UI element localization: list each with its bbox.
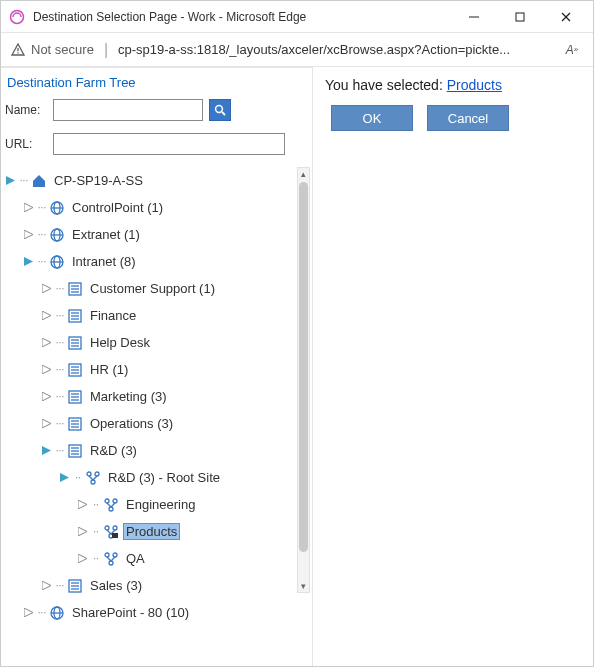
address-url[interactable]: cp-sp19-a-ss:1818/_layouts/axceler/xcBro…: [118, 42, 551, 57]
scrollbar-thumb[interactable]: [299, 182, 308, 552]
tree-node-hr[interactable]: ··· HR (1): [5, 356, 298, 383]
tree-node-label: SharePoint - 80 (10): [69, 604, 192, 621]
svg-marker-28: [42, 311, 51, 320]
window-minimize-button[interactable]: [451, 1, 497, 33]
tree-node-engineering[interactable]: ·· Engineering: [5, 491, 298, 518]
tree-connector: ···: [53, 310, 67, 321]
search-icon: [214, 104, 226, 116]
window-close-button[interactable]: [543, 1, 589, 33]
svg-point-61: [91, 480, 95, 484]
expand-icon[interactable]: [23, 608, 33, 618]
tree-node-rd-root[interactable]: ·· R&D (3) - Root Site: [5, 464, 298, 491]
tree-node-label: QA: [123, 550, 148, 567]
tree-connector: ···: [35, 607, 49, 618]
tree-node-farm-root[interactable]: ··· CP-SP19-A-SS: [5, 167, 298, 194]
tree-node-rd[interactable]: ··· R&D (3): [5, 437, 298, 464]
svg-point-60: [95, 472, 99, 476]
expand-icon[interactable]: [41, 284, 51, 294]
expand-icon[interactable]: [41, 392, 51, 402]
svg-point-67: [109, 507, 113, 511]
expand-icon[interactable]: [77, 554, 87, 564]
expand-icon[interactable]: [41, 365, 51, 375]
globe-icon: [49, 227, 65, 243]
svg-point-8: [216, 106, 223, 113]
svg-marker-38: [42, 365, 51, 374]
expand-icon[interactable]: [41, 338, 51, 348]
url-label: URL:: [5, 137, 47, 151]
window-maximize-button[interactable]: [497, 1, 543, 33]
tree-node-label: Sales (3): [87, 577, 145, 594]
tree-connector: ···: [35, 256, 49, 267]
search-button[interactable]: [209, 99, 231, 121]
tree-node-intranet[interactable]: ··· Intranet (8): [5, 248, 298, 275]
tree-node-sharepoint[interactable]: ··· SharePoint - 80 (10): [5, 599, 298, 626]
svg-marker-70: [78, 527, 87, 536]
tree-node-operations[interactable]: ··· Operations (3): [5, 410, 298, 437]
expand-icon[interactable]: [23, 230, 33, 240]
svg-point-66: [113, 499, 117, 503]
ok-button[interactable]: OK: [331, 105, 413, 131]
tree-connector: ···: [35, 202, 49, 213]
tree-node-helpdesk[interactable]: ··· Help Desk: [5, 329, 298, 356]
tree-node-sales[interactable]: ··· Sales (3): [5, 572, 298, 599]
tree-node-products[interactable]: ·· Products: [5, 518, 298, 545]
scroll-up-icon[interactable]: ▴: [301, 168, 306, 180]
svg-marker-33: [42, 338, 51, 347]
svg-marker-53: [42, 446, 51, 455]
collapse-icon[interactable]: [23, 257, 33, 267]
expand-icon[interactable]: [41, 419, 51, 429]
left-panel: Destination Farm Tree Name: URL: ··· CP-…: [1, 67, 313, 667]
globe-icon: [49, 605, 65, 621]
tree-connector: ···: [35, 229, 49, 240]
expand-icon[interactable]: [41, 581, 51, 591]
site-lock-icon: [103, 524, 119, 540]
site-icon: [103, 551, 119, 567]
tree-connector: ···: [53, 445, 67, 456]
tree-connector: ···: [53, 418, 67, 429]
tree-node-marketing[interactable]: ··· Marketing (3): [5, 383, 298, 410]
svg-marker-58: [60, 473, 69, 482]
expand-icon[interactable]: [77, 527, 87, 537]
tree-node-label: Finance: [87, 307, 139, 324]
read-aloud-icon[interactable]: A»: [561, 39, 583, 61]
tree-node-customer-support[interactable]: ··· Customer Support (1): [5, 275, 298, 302]
expand-icon[interactable]: [77, 500, 87, 510]
expand-icon[interactable]: [41, 311, 51, 321]
collapse-icon[interactable]: [59, 473, 69, 483]
tree-node-controlpoint[interactable]: ··· ControlPoint (1): [5, 194, 298, 221]
farm-tree[interactable]: ··· CP-SP19-A-SS ··· ControlPoint (1) ··…: [1, 165, 312, 628]
tree-connector: ··: [71, 472, 85, 483]
panel-title: Destination Farm Tree: [1, 72, 312, 93]
url-input[interactable]: [53, 133, 285, 155]
scroll-down-icon[interactable]: ▾: [301, 580, 306, 592]
tree-connector: ···: [53, 391, 67, 402]
tree-node-label-selected: Products: [123, 523, 180, 540]
tree-node-qa[interactable]: ·· QA: [5, 545, 298, 572]
collapse-icon[interactable]: [41, 446, 51, 456]
selected-link[interactable]: Products: [447, 77, 502, 93]
tree-node-label: Operations (3): [87, 415, 176, 432]
expand-icon[interactable]: [23, 203, 33, 213]
name-input[interactable]: [53, 99, 203, 121]
svg-point-80: [109, 561, 113, 565]
svg-point-79: [113, 553, 117, 557]
tree-node-label: Intranet (8): [69, 253, 139, 270]
tree-node-extranet[interactable]: ··· Extranet (1): [5, 221, 298, 248]
svg-marker-83: [42, 581, 51, 590]
app-favicon: [9, 9, 25, 25]
window-title: Destination Selection Page - Work - Micr…: [33, 10, 451, 24]
name-label: Name:: [5, 103, 47, 117]
tree-connector: ··: [89, 553, 103, 564]
tree-node-label: R&D (3): [87, 442, 140, 459]
svg-rect-2: [516, 13, 524, 21]
svg-marker-64: [78, 500, 87, 509]
tree-scrollbar[interactable]: ▴ ▾: [297, 167, 310, 593]
cancel-button[interactable]: Cancel: [427, 105, 509, 131]
list-icon: [67, 389, 83, 405]
address-separator: |: [104, 41, 108, 59]
collapse-icon[interactable]: [5, 176, 15, 186]
tree-node-label: Marketing (3): [87, 388, 170, 405]
not-secure-indicator[interactable]: Not secure: [11, 42, 94, 57]
svg-point-72: [113, 526, 117, 530]
tree-node-finance[interactable]: ··· Finance: [5, 302, 298, 329]
